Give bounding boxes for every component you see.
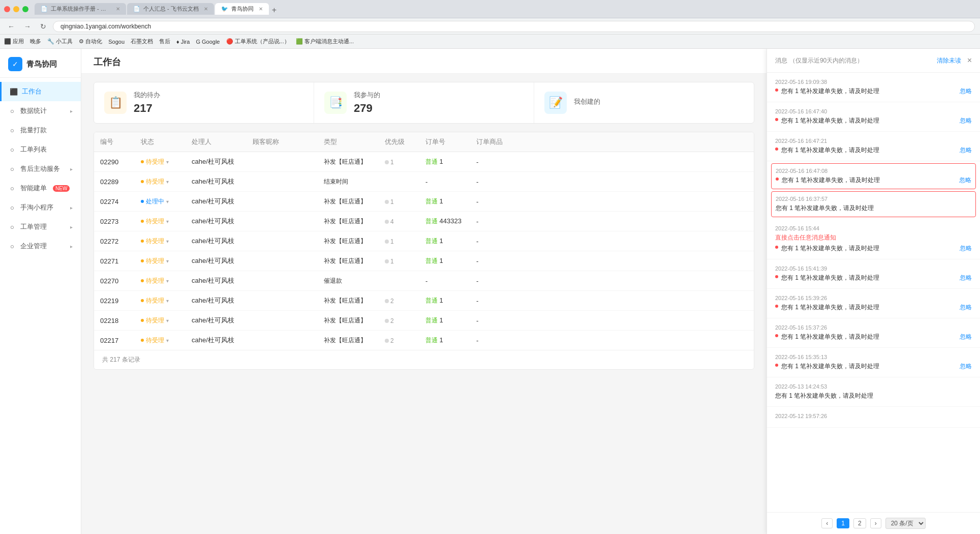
sidebar-item-data-stats[interactable]: ○ 数据统计 ▸	[0, 101, 81, 121]
message-ignore-btn[interactable]: 忽略	[960, 362, 972, 371]
table-row[interactable]: 02289 待受理 ▾ cahe/杜可风枝 结束时间 - -	[94, 172, 754, 192]
message-item[interactable]: 2022-05-13 14:24:53 您有 1 笔补发建单失败，请及时处理	[767, 377, 980, 407]
table-row[interactable]: 02290 待受理 ▾ cahe/杜可风枝 补发【旺店通】 1 普通 1 -	[94, 152, 754, 172]
status-badge[interactable]: 待受理 ▾	[141, 296, 169, 305]
message-item[interactable]: 2022-05-16 15:44 直接点击任意消息通知 您有 1 笔补发建单失败…	[767, 219, 980, 259]
message-text: 您有 1 笔补发建单失败，请及时处理	[781, 87, 879, 96]
bookmark-jira[interactable]: ♦ Jira	[176, 39, 190, 45]
stat-card-participated[interactable]: 📑 我参与的 279	[314, 82, 534, 123]
message-item[interactable]: 2022-05-16 15:39:26 您有 1 笔补发建单失败，请及时处理 忽…	[767, 289, 980, 318]
stat-card-created[interactable]: 📝 我创建的	[534, 82, 754, 123]
sidebar-item-workbench[interactable]: ⬛ 工作台	[0, 82, 81, 101]
browser-tab-2[interactable]: 📄 个人汇总 - 飞书云文档 ✕	[127, 3, 214, 15]
bookmark-ticket-system[interactable]: 🔴 工单系统（产品说...）	[226, 38, 290, 45]
status-badge[interactable]: 待受理 ▾	[141, 316, 169, 325]
cell-customer	[247, 176, 318, 187]
col-header-order: 订单号	[419, 132, 470, 152]
status-badge[interactable]: 待受理 ▾	[141, 257, 169, 265]
message-ignore-btn[interactable]: 忽略	[959, 176, 971, 185]
message-item[interactable]: 2022-05-16 16:47:40 您有 1 笔补发建单失败，请及时处理 忽…	[767, 102, 980, 132]
window-max-btn[interactable]	[22, 6, 28, 12]
sidebar-item-mini-app[interactable]: ○ 手淘小程序 ▸	[0, 198, 81, 217]
cell-status: 待受理 ▾	[135, 311, 186, 330]
bookmark-自动化[interactable]: ⚙ 自动化	[79, 38, 102, 45]
bookmark-apps[interactable]: ⬛ 应用	[4, 38, 24, 45]
message-ignore-btn[interactable]: 忽略	[960, 87, 972, 96]
message-ignore-btn[interactable]: 忽略	[960, 116, 972, 125]
cell-order: 普通 1	[419, 252, 470, 271]
stat-card-pending[interactable]: 📋 我的待办 217	[94, 82, 314, 123]
message-content: 您有 1 笔补发建单失败，请及时处理 忽略	[775, 362, 972, 371]
tab-close-3[interactable]: ✕	[259, 6, 263, 12]
bookmark-shouhou[interactable]: 售后	[159, 38, 170, 45]
bookmark-晚多[interactable]: 晚多	[30, 38, 41, 45]
bookmark-google[interactable]: G Google	[196, 39, 220, 45]
forward-button[interactable]: →	[21, 21, 34, 32]
message-time: 2022-05-13 14:24:53	[775, 383, 972, 390]
pagination-page-2[interactable]: 2	[853, 518, 866, 528]
cell-status: 待受理 ▾	[135, 152, 186, 171]
browser-tab-1[interactable]: 📄 工单系统操作手册 - 飞书云文档 ✕	[35, 3, 126, 15]
tab-close-1[interactable]: ✕	[116, 6, 120, 12]
message-item[interactable]: 2022-05-16 15:41:39 您有 1 笔补发建单失败，请及时处理 忽…	[767, 259, 980, 289]
cell-order: 普通 1	[419, 331, 470, 350]
bookmark-shimo[interactable]: 石墨文档	[131, 38, 153, 45]
pagination-page-1[interactable]: 1	[837, 518, 849, 528]
message-ignore-btn[interactable]: 忽略	[960, 303, 972, 312]
message-ignore-btn[interactable]: 忽略	[960, 244, 972, 253]
message-item[interactable]: 2022-05-16 15:35:13 您有 1 笔补发建单失败，请及时处理 忽…	[767, 348, 980, 377]
table-row[interactable]: 02274 处理中 ▾ cahe/杜可风枝 补发【旺店通】 1 普通 1 -	[94, 192, 754, 212]
table-row[interactable]: 02218 待受理 ▾ cahe/杜可风枝 补发【旺店通】 2 普通 1 -	[94, 311, 754, 331]
table-row[interactable]: 02219 待受理 ▾ cahe/杜可风枝 补发【旺店通】 2 普通 1 -	[94, 291, 754, 311]
bookmark-小工具[interactable]: 🔧 小工具	[47, 38, 73, 45]
status-arrow: ▾	[166, 239, 169, 244]
table-row[interactable]: 02217 待受理 ▾ cahe/杜可风枝 补发【旺店通】 2 普通 1 -	[94, 331, 754, 350]
window-min-btn[interactable]	[13, 6, 19, 12]
message-item[interactable]: 2022-05-16 16:37:57 您有 1 笔补发建单失败，请及时处理	[771, 191, 976, 217]
table-row[interactable]: 02271 待受理 ▾ cahe/杜可风枝 补发【旺店通】 1 普通 1 -	[94, 251, 754, 271]
bookmark-sogou[interactable]: Sogou	[108, 39, 125, 45]
message-text: 您有 1 笔补发建单失败，请及时处理	[781, 333, 879, 341]
message-item[interactable]: 2022-05-12 19:57:26	[767, 407, 980, 428]
sidebar-item-ticket-mgmt[interactable]: ○ 工单管理 ▸	[0, 217, 81, 236]
status-badge[interactable]: 处理中 ▾	[141, 197, 169, 206]
message-item[interactable]: 2022-05-16 19:09:38 您有 1 笔补发建单失败，请及时处理 忽…	[767, 73, 980, 102]
reload-button[interactable]: ↻	[38, 21, 49, 32]
sidebar-item-smart-build[interactable]: ○ 智能建单 NEW	[0, 179, 81, 198]
new-tab-button[interactable]: +	[270, 6, 279, 15]
message-item[interactable]: 2022-05-16 16:47:08 您有 1 笔补发建单失败，请及时处理 忽…	[771, 163, 976, 189]
pagination-next[interactable]: ›	[870, 518, 881, 528]
window-controls	[4, 6, 28, 12]
address-bar-input[interactable]	[53, 21, 975, 32]
type-text: 补发【旺店通】	[324, 297, 366, 304]
window-close-btn[interactable]	[4, 6, 10, 12]
status-badge[interactable]: 待受理 ▾	[141, 336, 169, 345]
message-item[interactable]: 2022-05-16 16:47:21 您有 1 笔补发建单失败，请及时处理 忽…	[767, 132, 980, 161]
browser-tab-3[interactable]: 🐦 青鸟协同 ✕	[215, 3, 269, 15]
message-ignore-btn[interactable]: 忽略	[960, 333, 972, 341]
message-ignore-btn[interactable]: 忽略	[960, 146, 972, 155]
sidebar-item-ticket-list[interactable]: ○ 工单列表	[0, 140, 81, 159]
message-time: 2022-05-16 15:37:26	[775, 324, 972, 331]
clear-unread-button[interactable]: 清除未读	[937, 56, 961, 65]
status-badge[interactable]: 待受理 ▾	[141, 277, 169, 285]
status-badge[interactable]: 待受理 ▾	[141, 237, 169, 246]
cell-customer	[247, 276, 318, 286]
table-row[interactable]: 02273 待受理 ▾ cahe/杜可风枝 补发【旺店通】 4 普通 44332…	[94, 212, 754, 231]
status-badge[interactable]: 待受理 ▾	[141, 217, 169, 226]
close-panel-button[interactable]: ×	[967, 56, 972, 65]
pagination-prev[interactable]: ‹	[821, 518, 833, 528]
status-badge[interactable]: 待受理 ▾	[141, 177, 169, 186]
message-ignore-btn[interactable]: 忽略	[960, 274, 972, 282]
per-page-select[interactable]: 20 条/页	[885, 518, 926, 529]
back-button[interactable]: ←	[5, 21, 17, 32]
sidebar-item-batch-print[interactable]: ○ 批量打款	[0, 121, 81, 140]
bookmark-customer-msg[interactable]: 🟩 客户端消息主动通...	[296, 38, 354, 45]
tab-close-2[interactable]: ✕	[204, 6, 208, 12]
table-row[interactable]: 02270 待受理 ▾ cahe/杜可风枝 催退款 - -	[94, 271, 754, 291]
status-badge[interactable]: 待受理 ▾	[141, 158, 169, 166]
table-row[interactable]: 02272 待受理 ▾ cahe/杜可风枝 补发【旺店通】 1 普通 1 -	[94, 231, 754, 251]
message-item[interactable]: 2022-05-16 15:37:26 您有 1 笔补发建单失败，请及时处理 忽…	[767, 318, 980, 348]
sidebar-item-company-mgmt[interactable]: ○ 企业管理 ▸	[0, 236, 81, 256]
sidebar-item-after-sales[interactable]: ○ 售后主动服务 ▸	[0, 159, 81, 179]
